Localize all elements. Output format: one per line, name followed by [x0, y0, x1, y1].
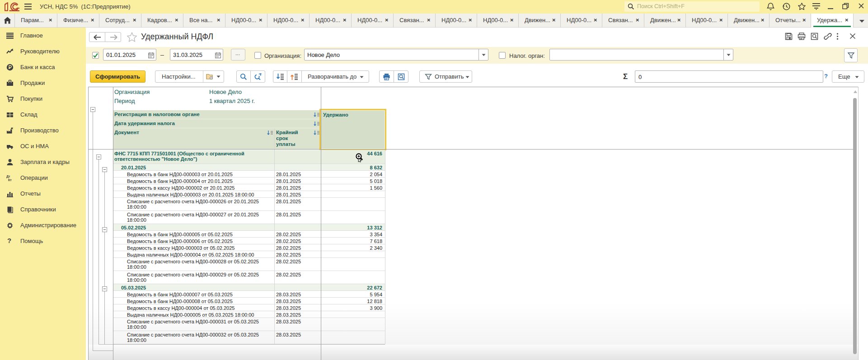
svg-text:Дт: Дт [6, 175, 10, 178]
svg-text:Кт: Кт [8, 178, 12, 182]
